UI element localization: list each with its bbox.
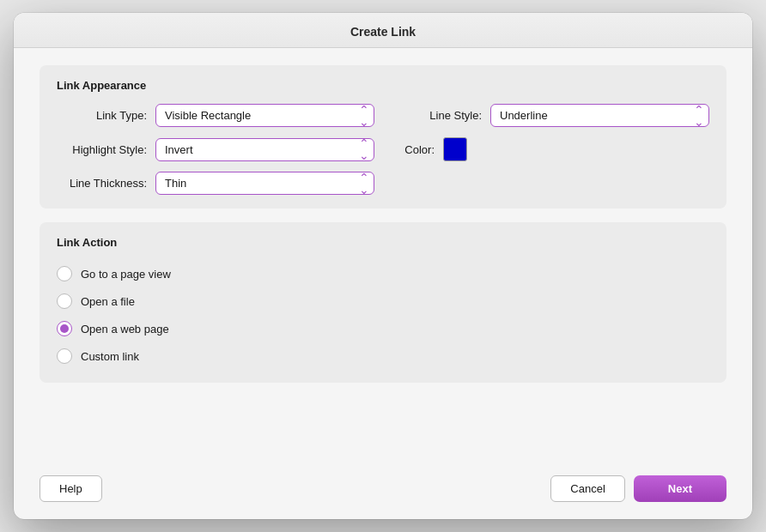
radio-open-file-input[interactable] <box>57 293 72 309</box>
radio-open-web-dot <box>60 324 69 333</box>
line-style-select[interactable]: Underline Solid Dashed <box>490 104 709 127</box>
line-thickness-select[interactable]: Thin Medium Thick <box>155 172 374 195</box>
radio-custom-link-label: Custom link <box>81 350 139 363</box>
cancel-button[interactable]: Cancel <box>550 475 624 502</box>
dialog-footer: Help Cancel Next <box>14 463 752 519</box>
help-button[interactable]: Help <box>40 475 102 502</box>
highlight-style-select-wrapper: Invert None Outline Push ⌃⌄ <box>155 138 374 161</box>
line-thickness-label: Line Thickness: <box>57 177 147 190</box>
line-thickness-select-wrapper: Thin Medium Thick ⌃⌄ <box>155 172 374 195</box>
radio-custom-link[interactable]: Custom link <box>57 348 709 364</box>
footer-right-buttons: Cancel Next <box>550 475 726 502</box>
highlight-style-select[interactable]: Invert None Outline Push <box>155 138 374 161</box>
line-style-row: Line Style: Underline Solid Dashed ⌃⌄ <box>392 104 709 127</box>
action-section-title: Link Action <box>57 236 709 249</box>
color-row: Color: <box>392 137 709 161</box>
radio-open-file[interactable]: Open a file <box>57 293 709 309</box>
create-link-dialog: Create Link Link Appearance Link Type: V… <box>14 13 752 519</box>
radio-open-web[interactable]: Open a web page <box>57 321 709 336</box>
line-style-label: Line Style: <box>392 109 482 122</box>
radio-page-view-input[interactable] <box>57 266 72 281</box>
dialog-titlebar: Create Link <box>14 13 752 48</box>
color-label: Color: <box>392 143 435 156</box>
radio-page-view-label: Go to a page view <box>81 268 171 281</box>
appearance-section-title: Link Appearance <box>57 79 709 92</box>
link-type-label: Link Type: <box>57 109 147 122</box>
dialog-title: Create Link <box>350 25 416 39</box>
line-style-select-wrapper: Underline Solid Dashed ⌃⌄ <box>490 104 709 127</box>
appearance-form-grid: Link Type: Visible Rectangle Invisible R… <box>57 104 709 195</box>
radio-open-web-label: Open a web page <box>81 323 169 336</box>
dialog-body: Link Appearance Link Type: Visible Recta… <box>14 48 752 463</box>
radio-open-file-label: Open a file <box>81 295 135 308</box>
line-thickness-row: Line Thickness: Thin Medium Thick ⌃⌄ <box>57 172 374 195</box>
radio-custom-link-input[interactable] <box>57 348 72 364</box>
radio-page-view[interactable]: Go to a page view <box>57 266 709 281</box>
action-section: Link Action Go to a page view Open a fil… <box>40 222 726 383</box>
highlight-style-row: Highlight Style: Invert None Outline Pus… <box>57 137 374 161</box>
link-type-select[interactable]: Visible Rectangle Invisible Rectangle <box>155 104 374 127</box>
color-swatch[interactable] <box>443 137 467 161</box>
appearance-section: Link Appearance Link Type: Visible Recta… <box>40 65 726 209</box>
action-radio-group: Go to a page view Open a file Open a web… <box>57 261 709 369</box>
radio-open-web-input[interactable] <box>57 321 72 336</box>
link-type-row: Link Type: Visible Rectangle Invisible R… <box>57 104 374 127</box>
next-button[interactable]: Next <box>634 475 726 502</box>
link-type-select-wrapper: Visible Rectangle Invisible Rectangle ⌃⌄ <box>155 104 374 127</box>
highlight-style-label: Highlight Style: <box>57 143 147 156</box>
